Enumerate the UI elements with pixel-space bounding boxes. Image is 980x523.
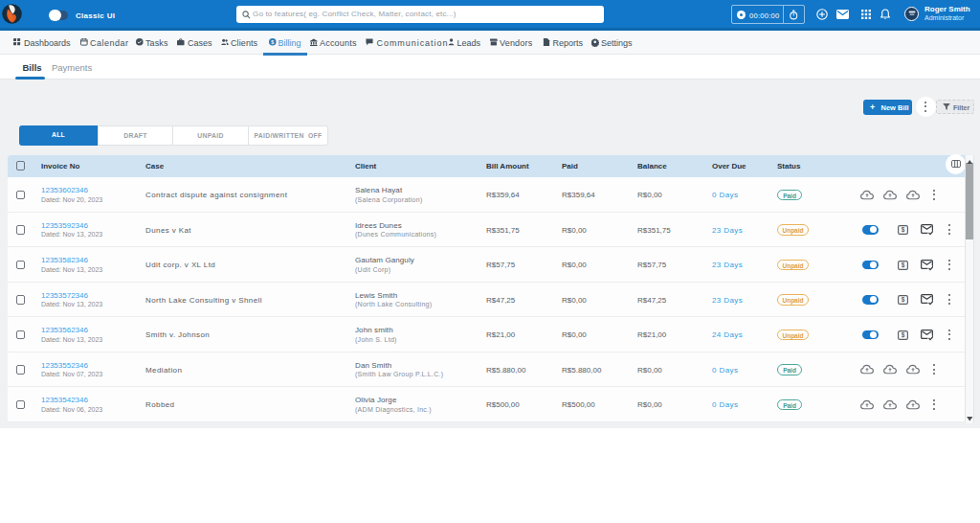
svg-text:$: $: [901, 331, 904, 339]
svg-text:$: $: [901, 226, 904, 234]
svg-text:$: $: [901, 262, 904, 269]
svg-text:$: $: [901, 296, 904, 304]
svg-text:$: $: [271, 39, 274, 45]
